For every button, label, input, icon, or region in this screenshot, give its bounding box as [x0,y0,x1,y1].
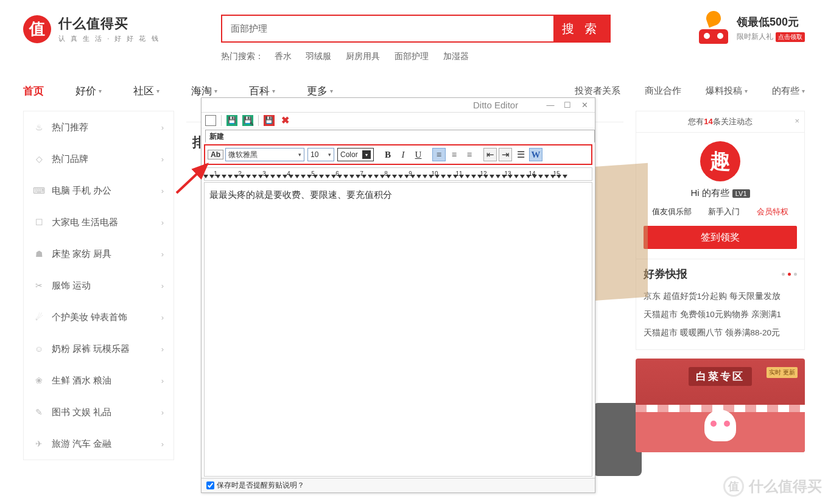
logo-title: 什么值得买 [58,15,160,33]
bullets-button[interactable]: ☰ [514,148,527,161]
category-icon: ✎ [33,407,44,418]
nav-business[interactable]: 商业合作 [645,85,681,97]
italic-button[interactable]: I [396,148,410,161]
hot-tag[interactable]: 香水 [275,51,292,61]
logo-badge-icon: 值 [23,15,51,43]
delete-icon[interactable]: ✖ [279,115,290,126]
promo-banner[interactable]: 领最低500元 限时新人礼点击领取 [699,15,805,44]
chevron-right-icon: › [161,281,164,290]
align-left-button[interactable]: ≡ [432,148,446,161]
coupon-panel: 好券快报 京东 超值好货1分起购 每天限量发放 天猫超市 免费领10元购物券 亲… [636,259,805,350]
chevron-right-icon: › [161,376,164,385]
coupon-item[interactable]: 天猫超市 暖暖圈八节 领券满88-20元 [644,324,797,342]
sidebar-item[interactable]: ✎图书 文娱 礼品› [24,396,174,428]
user-newbie-link[interactable]: 新手入门 [708,206,740,217]
bold-button[interactable]: B [381,148,395,161]
sidebar-item-label: 热门推荐 [52,122,88,133]
save-icon[interactable]: 💾 [226,115,237,126]
search-button[interactable]: 搜 索 [553,16,609,41]
watermark: 值 什么值得买 [723,476,822,497]
sidebar-item[interactable]: ✈旅游 汽车 金融› [24,428,174,460]
status-label: 保存时是否提醒剪贴说明？ [217,480,304,491]
nav-investor[interactable]: 投资者关系 [575,85,620,97]
coupon-item[interactable]: 天猫超市 免费领10元购物券 亲测满1 [644,306,797,324]
sidebar-item[interactable]: ✂服饰 运动› [24,270,174,301]
sidebar-item-label: 旅游 汽车 金融 [52,438,111,450]
caret-icon: ▾ [802,88,805,94]
coupon-title: 好券快报 [644,267,687,281]
user-vip-link[interactable]: 会员特权 [757,206,788,217]
minimize-button[interactable]: — [544,100,557,110]
new-icon[interactable] [205,115,216,126]
titlebar[interactable]: Ditto Editor — ☐ ✕ [202,98,595,113]
ruler[interactable]: 123456789101112131415 [204,167,592,181]
window-title: Ditto Editor [205,100,518,110]
chevron-right-icon: › [161,439,164,449]
sidebar-item-label: 奶粉 尿裤 玩模乐器 [52,343,130,355]
notice-bar[interactable]: 您有14条关注动态 × [636,111,805,133]
gift-icon [699,15,728,44]
sidebar-item-label: 热门品牌 [52,153,88,165]
nav-home[interactable]: 首页 [23,84,44,98]
font-color-select[interactable]: Color▾ [337,148,374,161]
indent-button[interactable]: ⇥ [499,148,512,161]
category-icon: ☐ [33,217,44,228]
outdent-button[interactable]: ⇤ [483,148,497,161]
save-close-icon[interactable]: 💾 [264,115,275,126]
nav-submit[interactable]: 爆料投稿▾ [706,85,748,97]
sidebar-item-label: 图书 文娱 礼品 [52,407,111,418]
level-badge: LV1 [732,189,750,198]
banner-tag: 实时 更新 [767,367,798,378]
status-checkbox[interactable] [206,481,214,489]
font-family-select[interactable]: 微软雅黑▾ [225,148,304,161]
nav-user[interactable]: 的有些▾ [772,85,805,97]
font-size-select[interactable]: 10▾ [307,148,334,161]
nav-baike[interactable]: 百科▾ [249,84,275,98]
sidebar-item[interactable]: ☗床垫 家纺 厨具› [24,238,174,270]
site-logo[interactable]: 值 什么值得买 认 真 生 活 · 好 好 花 钱 [23,15,160,43]
underline-button[interactable]: U [412,148,425,161]
pager-dots[interactable] [782,273,797,276]
chevron-right-icon: › [161,313,164,322]
close-icon[interactable]: × [795,116,799,125]
sidebar-item[interactable]: ☄个护美妆 钟表首饰› [24,301,174,333]
sidebar-item[interactable]: ❀生鲜 酒水 粮油› [24,365,174,396]
nav-haojia[interactable]: 好价▾ [75,84,102,98]
nav-shequ[interactable]: 社区▾ [133,84,160,98]
signin-button[interactable]: 签到领奖 [644,226,797,249]
sidebar-item[interactable]: ⌨电脑 手机 办公› [24,175,174,206]
align-center-button[interactable]: ≡ [447,148,461,161]
category-icon: ☺ [33,343,44,354]
editor-textarea[interactable]: 最最头疼的就是要收费、要限速、要充值积分 [204,182,592,477]
sidebar-item[interactable]: ☺奶粉 尿裤 玩模乐器› [24,333,174,365]
align-right-button[interactable]: ≡ [463,148,476,161]
hot-tag[interactable]: 羽绒服 [306,51,331,61]
chevron-right-icon: › [161,123,164,132]
promo-tag: 点击领取 [776,32,805,42]
nav-haitao[interactable]: 海淘▾ [191,84,217,98]
document-tab[interactable]: 新建 [205,130,595,143]
hot-tag[interactable]: 加湿器 [443,51,469,61]
hot-tag[interactable]: 厨房用具 [346,51,380,61]
hot-tag[interactable]: 面部护理 [395,51,429,61]
save-as-icon[interactable]: 💾 [242,115,253,126]
caret-icon: ▾ [156,88,160,94]
sidebar-item-label: 床垫 家纺 厨具 [52,248,111,260]
sidebar-item[interactable]: ☐大家电 生活电器› [24,206,174,238]
baicai-banner[interactable]: 白菜专区 实时 更新 [636,359,805,452]
nav-more[interactable]: 更多▾ [307,84,333,98]
caret-icon: ▾ [330,88,333,94]
sidebar-item[interactable]: ♨热门推荐› [24,111,174,143]
avatar[interactable]: 趣 [700,141,740,181]
close-button[interactable]: ✕ [578,100,591,110]
sidebar-item[interactable]: ◇热门品牌› [24,143,174,175]
banner-title: 白菜专区 [689,367,752,386]
maximize-button[interactable]: ☐ [561,100,574,110]
user-greeting: Hi 的有些 [690,187,729,198]
search-input[interactable] [222,16,553,41]
user-club-link[interactable]: 值友俱乐部 [652,206,692,217]
wrap-button[interactable]: W [529,148,542,161]
sidebar-item-label: 大家电 生活电器 [52,217,118,228]
coupon-item[interactable]: 京东 超值好货1分起购 每天限量发放 [644,287,797,306]
font-dialog-button[interactable]: Ab [208,150,223,159]
